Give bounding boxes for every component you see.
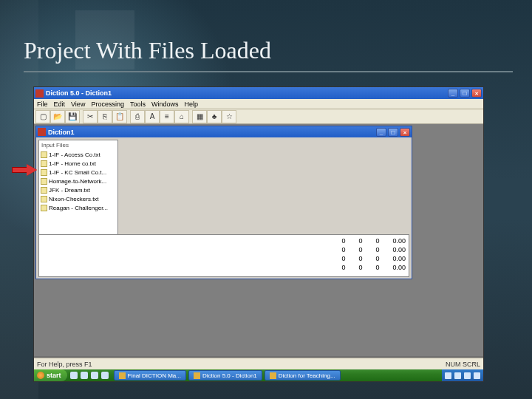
task-icon	[270, 372, 276, 379]
tool-a-button[interactable]: A	[145, 110, 160, 123]
cut-button[interactable]: ✂	[83, 110, 98, 123]
file-label: Reagan - Challenger...	[49, 205, 108, 211]
cell: 0.00	[392, 236, 406, 245]
grid-col-3: 0 0 0 0	[375, 236, 379, 272]
tool-c-button[interactable]: ⌂	[174, 110, 189, 123]
close-button[interactable]: ×	[471, 89, 482, 98]
menu-view[interactable]: View	[71, 100, 85, 108]
list-item[interactable]: Homage-to-Network...	[41, 177, 116, 185]
slide-title: Project With Files Loaded	[24, 37, 271, 64]
minimize-button[interactable]: _	[448, 89, 458, 98]
input-files-panel: Input Files 1-IF - Access Co.txt 1-IF - …	[38, 140, 118, 236]
save-button[interactable]: 💾	[65, 110, 80, 123]
status-indicators: NUM SCRL	[446, 361, 480, 368]
tool-b-button[interactable]: ≡	[160, 110, 174, 123]
callout-arrow	[12, 164, 38, 176]
cell: 0.00	[392, 263, 406, 272]
list-item[interactable]: 1-IF - Home co.txt	[41, 159, 116, 168]
menu-help[interactable]: Help	[184, 100, 198, 108]
file-icon	[41, 178, 47, 185]
ql-icon[interactable]	[70, 372, 78, 379]
project-title: Diction1	[48, 129, 75, 136]
ql-icon[interactable]	[101, 372, 109, 379]
file-icon	[41, 160, 47, 167]
project-minimize-button[interactable]: _	[376, 128, 386, 137]
cell: 0	[358, 236, 362, 245]
menu-processing[interactable]: Processing	[91, 100, 124, 108]
taskbar-button[interactable]: Final DICTION Ma...	[114, 370, 186, 381]
menu-file[interactable]: File	[37, 100, 48, 108]
slide-divider	[24, 71, 513, 72]
copy-button[interactable]: ⎘	[98, 110, 112, 123]
file-label: 1-IF - KC Small Co.t...	[49, 169, 106, 176]
task-label: Diction for Teaching...	[279, 372, 335, 379]
app-icon	[35, 89, 44, 98]
file-icon	[41, 205, 47, 211]
project-maximize-button[interactable]: □	[388, 128, 398, 137]
app-title: Diction 5.0 - Diction1	[46, 89, 112, 97]
file-label: Homage-to-Network...	[49, 178, 106, 185]
ql-icon[interactable]	[91, 372, 98, 379]
paste-button[interactable]: 📋	[112, 110, 127, 123]
app-titlebar[interactable]: Diction 5.0 - Diction1 _ □ ×	[34, 87, 483, 99]
taskbar-button[interactable]: Diction for Teaching...	[265, 370, 341, 381]
slide-background: Project With Files Loaded Diction 5.0 - …	[0, 0, 532, 399]
project-titlebar[interactable]: Diction1 _ □ ×	[36, 126, 412, 137]
quick-launch	[67, 372, 112, 379]
menu-bar: File Edit View Processing Tools Windows …	[34, 99, 483, 109]
cell: 0	[375, 263, 379, 272]
tray-icon[interactable]	[464, 372, 471, 379]
taskbar-button[interactable]: Diction 5.0 - Diction1	[188, 370, 262, 381]
grid-col-4: 0.00 0.00 0.00 0.00	[392, 236, 406, 272]
new-button[interactable]: ▢	[35, 110, 50, 123]
start-button[interactable]: start	[34, 369, 67, 381]
menu-windows[interactable]: Windows	[151, 100, 179, 108]
tray-icon[interactable]	[445, 372, 451, 379]
project-window: Diction1 _ □ × Input Files 1-IF - Access…	[35, 126, 412, 279]
cell: 0	[341, 236, 345, 245]
cell: 0.00	[392, 245, 406, 254]
project-close-button[interactable]: ×	[400, 128, 410, 137]
cell: 0	[375, 245, 379, 254]
menu-edit[interactable]: Edit	[54, 100, 66, 108]
maximize-button[interactable]: □	[460, 89, 470, 98]
print-button[interactable]: ⎙	[130, 110, 145, 123]
file-label: Nixon-Checkers.txt	[49, 196, 99, 202]
tray-icon[interactable]	[454, 372, 461, 379]
toolbar: ▢ 📂 💾 ✂ ⎘ 📋 ⎙ A ≡ ⌂ ▦ ♣ ☆	[34, 109, 483, 124]
file-icon	[41, 187, 47, 194]
cell: 0	[358, 254, 362, 263]
file-label: 1-IF - Home co.txt	[49, 160, 96, 167]
task-icon	[194, 372, 200, 379]
file-icon	[41, 196, 47, 202]
tray-icon[interactable]	[474, 372, 480, 379]
cell: 0	[358, 263, 362, 272]
status-help-text: For Help, press F1	[37, 361, 92, 368]
task-label: Diction 5.0 - Diction1	[202, 372, 257, 379]
project-body: Input Files 1-IF - Access Co.txt 1-IF - …	[36, 137, 412, 279]
project-window-controls: _ □ ×	[376, 128, 410, 137]
cell: 0	[358, 245, 362, 254]
list-item[interactable]: 1-IF - KC Small Co.t...	[41, 168, 116, 177]
cell: 0.00	[392, 254, 406, 263]
file-label: JFK - Dream.txt	[49, 187, 90, 194]
ql-icon[interactable]	[81, 372, 88, 379]
status-bar: For Help, press F1 NUM SCRL	[34, 358, 483, 369]
taskbar: start Final DICTION Ma... Diction 5.0 - …	[34, 369, 483, 381]
list-item[interactable]: 1-IF - Access Co.txt	[41, 150, 116, 159]
task-label: Final DICTION Ma...	[128, 372, 181, 379]
menu-tools[interactable]: Tools	[130, 100, 146, 108]
list-item[interactable]: JFK - Dream.txt	[41, 185, 116, 194]
results-grid: 0 0 0 0 0 0 0 0	[38, 234, 409, 277]
open-button[interactable]: 📂	[50, 110, 65, 123]
input-files-label: Input Files	[41, 142, 116, 150]
grid-columns: 0 0 0 0 0 0 0 0	[341, 236, 406, 272]
tool-f-button[interactable]: ☆	[222, 110, 236, 123]
list-item[interactable]: Reagan - Challenger...	[41, 203, 116, 212]
task-icon	[119, 372, 126, 379]
cell: 0	[341, 245, 345, 254]
list-item[interactable]: Nixon-Checkers.txt	[41, 194, 116, 203]
window-controls: _ □ ×	[448, 89, 482, 98]
tool-e-button[interactable]: ♣	[207, 110, 222, 123]
tool-d-button[interactable]: ▦	[192, 110, 207, 123]
